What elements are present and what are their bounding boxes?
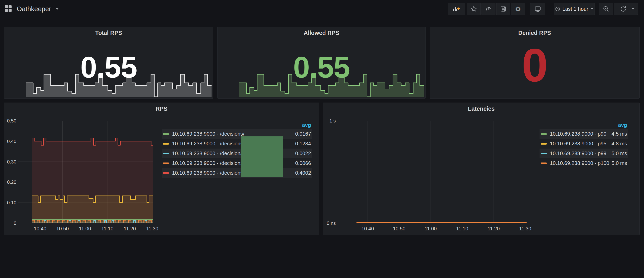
legend-row[interactable]: 10.10.69.238:9000 - p995.0 ms [540, 149, 628, 158]
rps-plot-area[interactable] [18, 121, 153, 223]
y-axis-label: 0.30 [4, 159, 16, 165]
dashboard-title-caret-icon[interactable] [56, 7, 58, 11]
y-axis-label: 1 s [323, 118, 336, 124]
y-axis-label: 0 ns [323, 221, 336, 226]
legend-series-label[interactable]: 10.10.69.238:9000 - /decisions/ [172, 131, 292, 137]
legend-series-swatch[interactable] [163, 172, 169, 174]
legend-row[interactable]: 10.10.69.238:9000 - /decisions/0.0066 [162, 158, 312, 168]
refresh-button[interactable] [614, 3, 638, 15]
refresh-split-divider [626, 3, 626, 15]
legend-row[interactable]: 10.10.69.238:9000 - /decisions/0.0167 [162, 129, 312, 139]
zoom-out-icon [603, 5, 610, 12]
settings-button[interactable]: ⚙ [511, 3, 525, 15]
panel-latencies-graph: Latencies 1 s0 ns 10:4010:5011:0011:1011… [323, 103, 640, 235]
legend-avg-value: 5.0 ms [612, 160, 627, 166]
clock-icon [555, 6, 560, 11]
legend-row[interactable]: 10.10.69.238:9000 - /decisions/0.4002 [162, 168, 312, 178]
stat-value-allowed-rps: 0.55 [218, 52, 426, 82]
legend-row[interactable]: 10.10.69.238:9000 - /decisions/0.1284 [162, 139, 312, 149]
legend-series-swatch[interactable] [163, 143, 169, 145]
legend-series-label[interactable]: 10.10.69.238:9000 - p99 [550, 150, 609, 157]
legend-overlay-box [241, 136, 283, 177]
legend-row[interactable]: 10.10.69.238:9000 - p954.8 ms [540, 139, 628, 149]
legend-series-swatch[interactable] [163, 133, 169, 135]
latencies-plot-area[interactable] [338, 121, 526, 223]
navbar: Oathkeeper [0, 0, 644, 18]
legend-series-label[interactable]: 10.10.69.238:9000 - p90 [550, 131, 609, 137]
add-panel-button[interactable] [448, 3, 465, 15]
legend-row[interactable]: 10.10.69.238:9000 - p1005.0 ms [540, 158, 628, 168]
panel-title[interactable]: Allowed RPS [218, 30, 426, 36]
legend-avg-header[interactable]: avg [162, 121, 312, 129]
star-button[interactable] [467, 3, 481, 15]
dashboard-title[interactable]: Oathkeeper [17, 5, 51, 13]
legend-avg-value: 0.0022 [295, 150, 311, 157]
star-icon [470, 5, 477, 12]
gear-icon: ⚙ [515, 5, 521, 12]
x-axis-label: 11:00 [79, 226, 91, 232]
panel-allowed-rps: Allowed RPS 0.55 [217, 27, 426, 99]
time-picker-caret-icon [591, 8, 593, 10]
time-range-label: Last 1 hour [562, 6, 588, 12]
grafana-dashboard: Oathkeeper [0, 0, 644, 278]
x-axis-label: 11:20 [488, 226, 500, 232]
stat-value-denied-rps: 0 [430, 42, 640, 89]
x-axis-label: 11:30 [146, 226, 158, 232]
add-panel-icon [452, 5, 460, 12]
y-axis-label: 0.20 [4, 179, 16, 185]
share-icon [485, 5, 492, 12]
rps-legend: avg10.10.69.238:9000 - /decisions/0.0167… [162, 121, 312, 178]
panel-title[interactable]: Denied RPS [430, 30, 640, 36]
share-button[interactable] [482, 3, 496, 15]
panel-denied-rps: Denied RPS 0 [430, 27, 640, 99]
legend-avg-value: 0.4002 [295, 170, 311, 176]
dashboard-grid-icon[interactable] [4, 5, 12, 13]
latencies-legend: avg10.10.69.238:9000 - p904.5 ms10.10.69… [540, 121, 628, 168]
time-picker-button[interactable]: Last 1 hour [554, 3, 595, 15]
y-axis-label: 0.50 [4, 118, 16, 124]
legend-avg-value: 5.0 ms [612, 150, 627, 157]
refresh-interval-caret-icon[interactable] [632, 8, 634, 10]
legend-avg-value: 4.5 ms [612, 131, 627, 137]
y-axis-label: 0.10 [4, 200, 16, 206]
legend-series-swatch[interactable] [163, 153, 169, 154]
zoom-out-button[interactable] [599, 3, 613, 15]
x-axis-label: 11:20 [124, 226, 136, 232]
legend-row[interactable]: 10.10.69.238:9000 - /decisions/0.0022 [162, 149, 312, 158]
x-axis-label: 11:30 [519, 226, 531, 232]
legend-row[interactable]: 10.10.69.238:9000 - p904.5 ms [540, 129, 628, 139]
legend-series-swatch[interactable] [541, 143, 547, 145]
panel-title[interactable]: Total RPS [4, 30, 213, 36]
x-axis-label: 10:50 [393, 226, 406, 232]
y-axis-label: 0 [4, 221, 16, 226]
stat-value-total-rps: 0.55 [4, 52, 213, 82]
refresh-icon [620, 5, 627, 12]
x-axis-label: 10:40 [34, 226, 46, 232]
legend-series-swatch[interactable] [163, 163, 169, 164]
legend-series-label[interactable]: 10.10.69.238:9000 - p95 [550, 141, 609, 147]
save-button[interactable] [496, 3, 510, 15]
x-axis-label: 11:10 [456, 226, 468, 232]
legend-series-swatch[interactable] [541, 163, 547, 164]
panel-title[interactable]: Latencies [323, 106, 640, 112]
legend-avg-value: 0.0066 [295, 160, 311, 166]
panel-title[interactable]: RPS [4, 106, 319, 112]
x-axis-label: 10:50 [56, 226, 69, 232]
legend-avg-value: 0.0167 [295, 131, 311, 137]
legend-series-swatch[interactable] [541, 153, 547, 154]
legend-avg-value: 0.1284 [295, 141, 311, 147]
legend-avg-header[interactable]: avg [540, 121, 628, 129]
cycle-view-button[interactable] [530, 3, 545, 15]
y-axis-label: 0.40 [4, 139, 16, 144]
legend-avg-value: 4.8 ms [612, 141, 627, 147]
legend-series-label[interactable]: 10.10.69.238:9000 - p100 [550, 160, 609, 166]
x-axis-label: 11:10 [101, 226, 114, 232]
save-icon [500, 5, 507, 12]
monitor-icon [534, 5, 541, 12]
legend-series-swatch[interactable] [541, 133, 547, 135]
panel-total-rps: Total RPS 0.55 [4, 27, 213, 99]
x-axis-label: 11:00 [425, 226, 437, 232]
x-axis-label: 10:40 [362, 226, 374, 232]
